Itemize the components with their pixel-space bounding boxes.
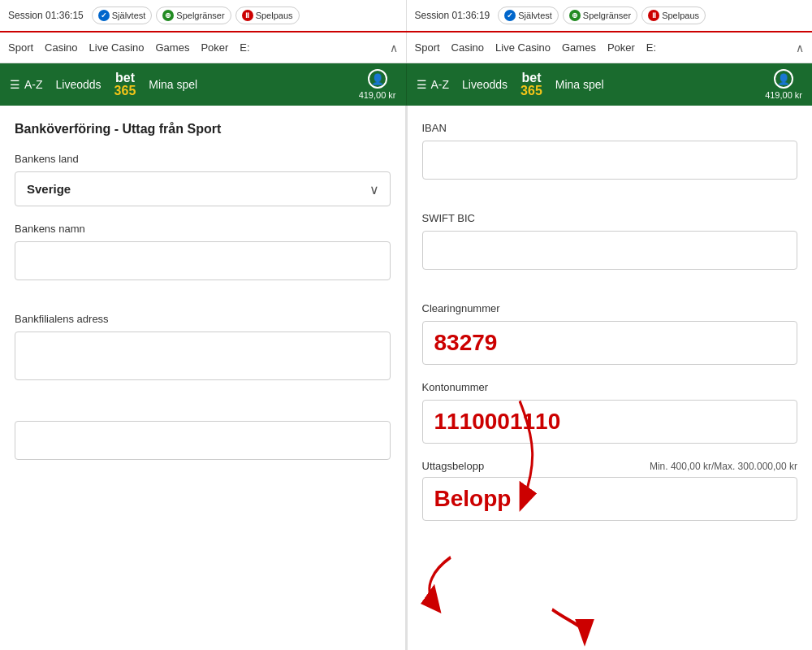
självtest-icon-right: ✓ [504,10,516,21]
right-nav-poker[interactable]: Poker [607,41,635,54]
left-nav-live-casino[interactable]: Live Casino [89,41,145,54]
left-top-bar: Session 01:36:15 ✓ Självtest ⊕ Spelgräns… [0,0,407,31]
bankens-land-select-wrapper[interactable]: Sverige ∨ [15,171,391,206]
top-bar: Session 01:36:15 ✓ Självtest ⊕ Spelgräns… [0,0,812,32]
extra-input[interactable] [15,421,391,460]
hamburger-icon-left: ☰ [10,78,20,91]
clearingnummer-label: Clearingnummer [422,302,798,314]
spelgränser-icon-right: ⊕ [569,10,581,21]
right-nav-extra[interactable]: E: [646,41,656,54]
left-365-text: 365 [114,84,136,98]
kontonummer-value[interactable]: 1110001110 [422,400,798,444]
page-title: Banköverföring - Uttag från Sport [15,122,391,136]
right-nav-games[interactable]: Games [562,41,596,54]
right-panel: IBAN SWIFT BIC Clearingnummer 83279 Kont… [408,106,813,650]
right-bet-text: bet [521,72,541,84]
left-spelgränser-btn[interactable]: ⊕ Spelgränser [156,6,231,24]
right-mina-spel[interactable]: Mina spel [555,78,604,91]
right-session: Session 01:36:19 [415,10,490,21]
left-top-buttons: ✓ Självtest ⊕ Spelgränser ⏸ Spelpaus [92,6,300,24]
right-liveodds[interactable]: Liveodds [462,78,508,91]
left-nav-extra[interactable]: E: [240,41,249,54]
bankens-namn-input[interactable] [15,241,391,280]
spelgränser-icon-left: ⊕ [162,10,174,21]
right-självtest-btn[interactable]: ✓ Självtest [498,6,559,24]
swift-bic-input[interactable] [422,231,798,270]
right-nav-casino[interactable]: Casino [451,41,484,54]
right-nav-live-casino[interactable]: Live Casino [495,41,551,54]
left-bet-text: bet [115,72,135,84]
bankens-land-select[interactable]: Sverige [15,171,391,206]
left-nav-arrow-up[interactable]: ∧ [390,41,398,54]
left-nav-sport[interactable]: Sport [8,41,33,54]
bankens-namn-label: Bankens namn [15,223,391,235]
left-nav-games[interactable]: Games [155,41,189,54]
left-green-half: ☰ A-Z Liveodds bet 365 Mina spel 👤 419,0… [0,63,407,106]
bankfilialens-adress-input[interactable] [15,332,391,380]
bankens-namn-group: Bankens namn [15,223,391,297]
right-365-text: 365 [520,84,542,98]
left-självtest-btn[interactable]: ✓ Självtest [92,6,153,24]
swift-bic-label: SWIFT BIC [422,212,798,224]
belopp-input[interactable]: Belopp [422,477,798,521]
left-balance: 419,00 kr [359,90,396,100]
left-session: Session 01:36:15 [8,10,84,21]
left-liveodds[interactable]: Liveodds [56,78,102,91]
left-az-label: A-Z [24,78,43,91]
right-az-menu[interactable]: ☰ A-Z [417,78,450,91]
right-spelgränser-btn[interactable]: ⊕ Spelgränser [563,6,637,24]
iban-label: IBAN [422,122,798,134]
right-nav-sport[interactable]: Sport [415,41,440,54]
left-bet365-logo[interactable]: bet 365 [114,72,136,98]
left-account[interactable]: 👤 419,00 kr [359,69,396,100]
right-nav: Sport Casino Live Casino Games Poker E: … [407,32,813,63]
nav-tabs: Sport Casino Live Casino Games Poker E: … [0,32,812,63]
iban-group: IBAN [422,122,798,196]
swift-bic-group: SWIFT BIC [422,212,798,286]
uttagsbelopp-group: Uttagsbelopp Min. 400,00 kr/Max. 300.000… [422,460,798,521]
right-green-half: ☰ A-Z Liveodds bet 365 Mina spel 👤 419,0… [407,63,813,106]
left-account-icon: 👤 [368,69,387,89]
right-top-bar: Session 01:36:19 ✓ Självtest ⊕ Spelgräns… [407,0,813,31]
right-spelpaus-btn[interactable]: ⏸ Spelpaus [641,6,706,24]
clearingnummer-group: Clearingnummer 83279 [422,302,798,365]
uttagsbelopp-label: Uttagsbelopp [422,460,485,472]
right-account[interactable]: 👤 419,00 kr [765,69,802,100]
bankens-land-label: Bankens land [15,153,391,165]
kontonummer-label: Kontonummer [422,381,798,393]
left-spelpaus-btn[interactable]: ⏸ Spelpaus [235,6,300,24]
uttagsbelopp-row: Uttagsbelopp Min. 400,00 kr/Max. 300.000… [422,460,798,472]
left-nav: Sport Casino Live Casino Games Poker E: … [0,32,407,63]
spelpaus-icon-left: ⏸ [242,10,253,21]
spelpaus-icon-right: ⏸ [648,10,659,21]
left-az-menu[interactable]: ☰ A-Z [10,78,43,91]
right-nav-arrow-up[interactable]: ∧ [796,41,804,54]
right-top-buttons: ✓ Självtest ⊕ Spelgränser ⏸ Spelpaus [498,6,706,24]
left-nav-casino[interactable]: Casino [45,41,77,54]
left-panel: Banköverföring - Uttag från Sport Banken… [0,106,408,650]
bankens-land-group: Bankens land Sverige ∨ [15,153,391,206]
panels-wrapper: Banköverföring - Uttag från Sport Banken… [0,106,812,650]
kontonummer-group: Kontonummer 1110001110 [422,381,798,444]
left-mina-spel[interactable]: Mina spel [149,78,197,91]
clearingnummer-value[interactable]: 83279 [422,321,798,365]
självtest-icon-left: ✓ [98,10,110,21]
right-balance: 419,00 kr [765,90,802,100]
iban-input[interactable] [422,141,798,180]
right-bet365-logo[interactable]: bet 365 [520,72,542,98]
hamburger-icon-right: ☰ [417,78,427,91]
extra-input-group [15,413,391,476]
right-az-label: A-Z [431,78,450,91]
left-nav-poker[interactable]: Poker [201,41,228,54]
bankfilialens-adress-group: Bankfilialens adress [15,313,391,396]
right-account-icon: 👤 [774,69,793,89]
bankfilialens-adress-label: Bankfilialens adress [15,313,391,325]
green-bar: ☰ A-Z Liveodds bet 365 Mina spel 👤 419,0… [0,63,812,106]
uttagsbelopp-limit: Min. 400,00 kr/Max. 300.000,00 kr [650,461,797,472]
